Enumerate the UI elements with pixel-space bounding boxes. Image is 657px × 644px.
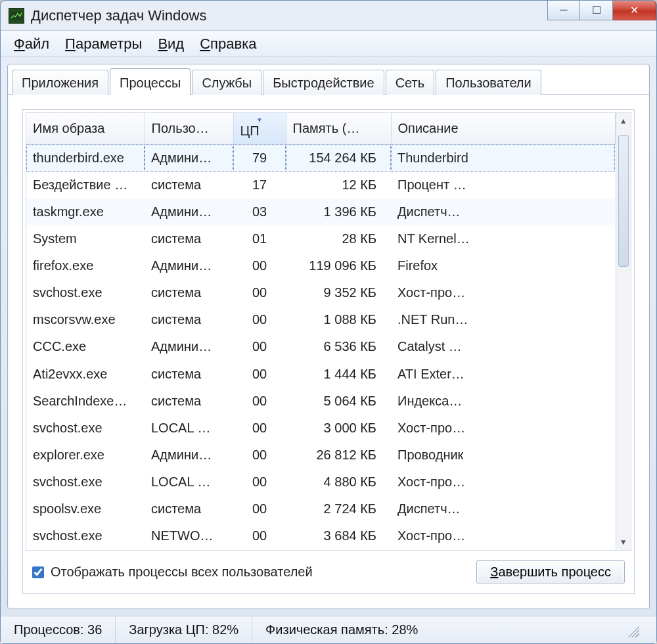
cell-user: NETWO… bbox=[145, 522, 233, 549]
table-row[interactable]: CCC.exeАдмини…006 536 КБCatalyst … bbox=[26, 333, 615, 360]
cell-name: Бездействие … bbox=[26, 172, 145, 198]
table-row[interactable]: svchost.exeсистема009 352 КБХост-про… bbox=[26, 279, 615, 306]
cell-desc: Проводник bbox=[391, 442, 615, 469]
cell-desc: Thunderbird bbox=[391, 145, 615, 172]
cell-cpu: 00 bbox=[233, 388, 286, 415]
close-button[interactable]: ✕ bbox=[613, 1, 656, 20]
tab-performance[interactable]: Быстродействие bbox=[263, 70, 384, 95]
col-user[interactable]: Пользо… bbox=[145, 113, 233, 145]
cell-name: svchost.exe bbox=[26, 415, 145, 442]
table-row[interactable]: svchost.exeNETWO…003 684 КБХост-про… bbox=[26, 522, 615, 549]
process-table: Имя образа Пользо… ▼ЦП Память (… Описани… bbox=[26, 113, 616, 550]
cell-name: CCC.exe bbox=[26, 333, 145, 360]
scroll-track[interactable] bbox=[616, 129, 631, 534]
menu-view[interactable]: Вид bbox=[158, 35, 184, 53]
minimize-button[interactable]: ─ bbox=[547, 1, 580, 20]
taskmgr-icon bbox=[9, 8, 24, 24]
tab-applications[interactable]: Приложения bbox=[12, 70, 108, 95]
cell-user: Админи… bbox=[145, 442, 233, 469]
table-row[interactable]: Бездействие …система1712 КБПроцент … bbox=[26, 172, 615, 198]
resize-grip-icon[interactable] bbox=[625, 623, 639, 637]
cell-cpu: 00 bbox=[233, 252, 286, 279]
table-row[interactable]: spoolsv.exeсистема002 724 КБДиспетч… bbox=[26, 495, 615, 522]
table-row[interactable]: svchost.exeLOCAL …004 880 КБХост-про… bbox=[26, 469, 615, 495]
client-area: Приложения Процессы Службы Быстродействи… bbox=[7, 64, 650, 609]
cell-user: Админи… bbox=[145, 145, 233, 172]
tab-users[interactable]: Пользователи bbox=[436, 70, 541, 95]
show-all-users-input[interactable] bbox=[32, 566, 44, 578]
status-process-count: Процессов: 36 bbox=[1, 616, 116, 643]
cell-name: firefox.exe bbox=[26, 252, 145, 279]
col-cpu[interactable]: ▼ЦП bbox=[233, 113, 286, 145]
cell-cpu: 00 bbox=[233, 495, 286, 522]
table-row[interactable]: SearchIndexe…система005 064 КБИндекса… bbox=[26, 388, 615, 415]
tab-processes[interactable]: Процессы bbox=[110, 68, 191, 95]
cell-mem: 1 444 КБ bbox=[286, 361, 391, 388]
tab-strip: Приложения Процессы Службы Быстродействи… bbox=[8, 64, 649, 95]
processes-panel: Имя образа Пользо… ▼ЦП Память (… Описани… bbox=[22, 109, 635, 594]
cell-name: SearchIndexe… bbox=[26, 388, 145, 415]
scroll-down-icon[interactable]: ▼ bbox=[616, 534, 631, 550]
table-row[interactable]: Systemсистема0128 КБNT Kernel… bbox=[26, 225, 615, 252]
cell-desc: Firefox bbox=[391, 252, 615, 279]
cell-desc: Хост-про… bbox=[391, 279, 615, 306]
cell-user: система bbox=[145, 388, 233, 415]
cell-mem: 1 088 КБ bbox=[286, 306, 391, 333]
cell-mem: 3 000 КБ bbox=[286, 415, 391, 442]
titlebar-left: Диспетчер задач Windows bbox=[9, 7, 206, 24]
cell-name: svchost.exe bbox=[26, 522, 145, 549]
scroll-up-icon[interactable]: ▲ bbox=[616, 113, 631, 129]
sort-indicator-icon: ▼ bbox=[240, 118, 279, 122]
cell-name: taskmgr.exe bbox=[26, 198, 145, 225]
cell-user: Админи… bbox=[145, 252, 233, 279]
cell-cpu: 00 bbox=[233, 361, 286, 388]
cell-desc: .NET Run… bbox=[391, 306, 615, 333]
cell-mem: 6 536 КБ bbox=[286, 333, 391, 360]
cell-desc: Диспетч… bbox=[391, 495, 615, 522]
cell-desc: ATI Exter… bbox=[391, 361, 615, 388]
cell-cpu: 00 bbox=[233, 442, 286, 469]
end-process-button[interactable]: Завершить процесс bbox=[476, 560, 625, 584]
cell-name: svchost.exe bbox=[26, 469, 145, 495]
tab-services[interactable]: Службы bbox=[192, 70, 261, 95]
cell-desc: Хост-про… bbox=[391, 415, 615, 442]
cell-name: thunderbird.exe bbox=[26, 145, 145, 172]
cell-cpu: 03 bbox=[233, 198, 286, 225]
table-row[interactable]: Ati2evxx.exeсистема001 444 КБATI Exter… bbox=[26, 361, 615, 388]
process-list-wrap: Имя образа Пользо… ▼ЦП Память (… Описани… bbox=[26, 112, 631, 551]
cell-name: Ati2evxx.exe bbox=[26, 361, 145, 388]
col-description[interactable]: Описание bbox=[391, 113, 615, 145]
cell-cpu: 00 bbox=[233, 306, 286, 333]
table-row[interactable]: thunderbird.exeАдмини…79154 264 КБThunde… bbox=[26, 145, 615, 172]
table-row[interactable]: explorer.exeАдмини…0026 812 КБПроводник bbox=[26, 442, 615, 469]
table-row[interactable]: svchost.exeLOCAL …003 000 КБХост-про… bbox=[26, 415, 615, 442]
status-cpu-usage: Загрузка ЦП: 82% bbox=[116, 616, 252, 643]
tab-networking[interactable]: Сеть bbox=[386, 70, 434, 95]
titlebar[interactable]: Диспетчер задач Windows ─ ☐ ✕ bbox=[1, 1, 656, 31]
cell-mem: 26 812 КБ bbox=[286, 442, 391, 469]
cell-user: LOCAL … bbox=[145, 415, 233, 442]
scroll-thumb[interactable] bbox=[618, 135, 629, 267]
cell-cpu: 01 bbox=[233, 225, 286, 252]
cell-mem: 2 724 КБ bbox=[286, 495, 391, 522]
table-row[interactable]: firefox.exeАдмини…00119 096 КБFirefox bbox=[26, 252, 615, 279]
show-all-users-label: Отображать процессы всех пользователей bbox=[51, 564, 313, 580]
vertical-scrollbar[interactable]: ▲ ▼ bbox=[616, 113, 631, 550]
col-memory[interactable]: Память (… bbox=[286, 113, 391, 145]
cell-name: System bbox=[26, 225, 145, 252]
table-row[interactable]: taskmgr.exeАдмини…031 396 КБДиспетч… bbox=[26, 198, 615, 225]
cell-cpu: 79 bbox=[233, 145, 286, 172]
cell-cpu: 00 bbox=[233, 279, 286, 306]
cell-user: LOCAL … bbox=[145, 469, 233, 495]
window-title: Диспетчер задач Windows bbox=[31, 7, 206, 24]
cell-cpu: 00 bbox=[233, 333, 286, 360]
col-image-name[interactable]: Имя образа bbox=[26, 113, 145, 145]
maximize-button[interactable]: ☐ bbox=[580, 1, 613, 20]
menu-options[interactable]: Параметры bbox=[65, 35, 142, 53]
menu-help[interactable]: Справка bbox=[200, 35, 256, 53]
cell-name: mscorsvw.exe bbox=[26, 306, 145, 333]
show-all-users-checkbox[interactable]: Отображать процессы всех пользователей bbox=[32, 564, 313, 580]
menu-file[interactable]: Файл bbox=[14, 35, 49, 53]
table-row[interactable]: mscorsvw.exeсистема001 088 КБ.NET Run… bbox=[26, 306, 615, 333]
cell-user: система bbox=[145, 495, 233, 522]
